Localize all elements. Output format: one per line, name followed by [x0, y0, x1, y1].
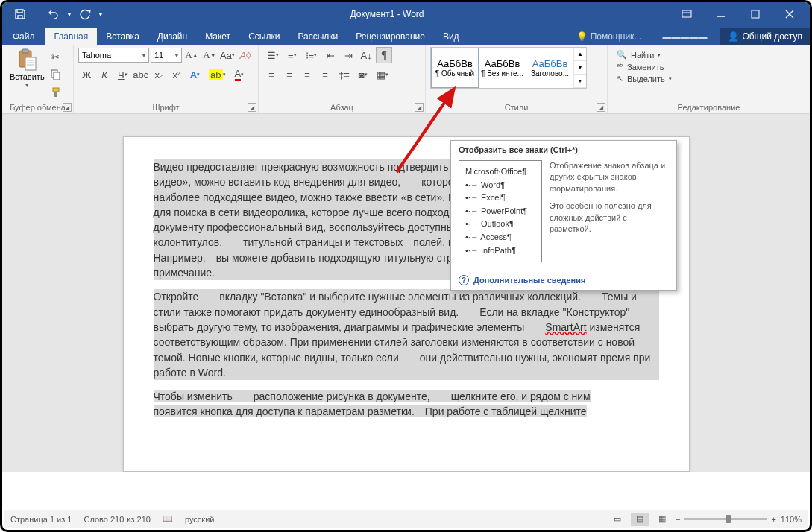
scroll-up-icon[interactable]: ▲: [574, 48, 586, 61]
italic-button[interactable]: К: [96, 66, 113, 83]
tab-view[interactable]: Вид: [434, 28, 468, 45]
scroll-down-icon[interactable]: ▼: [574, 61, 586, 75]
view-read-icon[interactable]: ▭: [608, 513, 626, 526]
sort-icon[interactable]: A↓: [358, 47, 374, 63]
title-bar: ▼ ▼ Документ1 - Word: [2, 2, 810, 26]
decrease-indent-icon[interactable]: ⇤: [322, 47, 339, 63]
change-case-icon[interactable]: Aa▾: [219, 47, 236, 63]
status-page[interactable]: Страница 1 из 1: [10, 515, 72, 524]
share-icon: 👤: [728, 31, 739, 42]
justify-icon[interactable]: ≡: [317, 66, 333, 83]
svg-rect-8: [54, 92, 57, 97]
undo-icon[interactable]: [45, 5, 63, 23]
view-print-icon[interactable]: ▤: [631, 513, 649, 526]
show-marks-button[interactable]: ¶: [376, 47, 392, 63]
find-button[interactable]: 🔍Найти▾: [617, 50, 672, 60]
tab-home[interactable]: Главная: [45, 28, 98, 45]
line-spacing-icon[interactable]: ‡≡: [335, 66, 353, 83]
font-size-combo[interactable]: 11▼: [151, 48, 182, 63]
multilevel-icon[interactable]: ⁝≡▾: [302, 47, 321, 63]
align-right-icon[interactable]: ≡: [299, 66, 315, 83]
ribbon-options-icon[interactable]: [670, 2, 704, 26]
copy-icon[interactable]: [48, 66, 64, 83]
highlight-icon[interactable]: ab▾: [205, 66, 229, 83]
style-normal[interactable]: АаБбВв¶ Обычный: [431, 48, 479, 88]
account-name[interactable]: ▬▬▬▬▬: [649, 31, 720, 42]
style-heading[interactable]: АаБбВвЗаголово...: [526, 48, 574, 88]
increase-indent-icon[interactable]: ⇥: [340, 47, 356, 63]
zoom-slider[interactable]: [684, 518, 767, 520]
zoom-in-icon[interactable]: +: [771, 515, 775, 524]
screentip-more-link[interactable]: ? Дополнительные сведения: [451, 270, 676, 290]
screentip-title: Отобразить все знаки (Ctrl+*): [451, 141, 676, 157]
align-left-icon[interactable]: ≡: [263, 66, 280, 83]
font-color-icon[interactable]: A▾: [231, 66, 248, 83]
window-controls: [670, 2, 807, 26]
close-icon[interactable]: [772, 2, 807, 26]
gallery-expand-icon[interactable]: ▾: [574, 75, 586, 88]
paragraph-2[interactable]: Откройте вкладку "Вставка" и выберите ну…: [154, 289, 659, 380]
shading-icon[interactable]: ◙▾: [355, 66, 371, 83]
dialog-launcher-icon[interactable]: ◢: [597, 103, 605, 112]
underline-button[interactable]: Ч▾: [114, 66, 131, 83]
grow-font-icon[interactable]: A▲: [183, 47, 200, 63]
qat-customize-icon[interactable]: ▼: [97, 5, 104, 23]
status-words[interactable]: Слово 210 из 210: [84, 515, 151, 524]
superscript-button[interactable]: x²: [169, 66, 185, 83]
strike-button[interactable]: abc: [133, 66, 149, 83]
font-name-combo[interactable]: Tahoma▼: [78, 48, 149, 63]
format-painter-icon[interactable]: [48, 84, 64, 101]
dialog-launcher-icon[interactable]: ◢: [63, 103, 72, 112]
zoom-out-icon[interactable]: −: [676, 515, 680, 524]
group-paragraph: ☰▾ ≡▾ ⁝≡▾ ⇤ ⇥ A↓ ¶ ≡ ≡ ≡ ≡ ‡≡ ◙▾ ▦▾ Абза…: [259, 45, 426, 113]
status-language[interactable]: русский: [185, 515, 214, 524]
zoom-level[interactable]: 110%: [781, 515, 802, 524]
undo-dropdown-icon[interactable]: ▼: [66, 5, 73, 23]
redo-icon[interactable]: [76, 5, 94, 23]
svg-rect-4: [25, 57, 36, 70]
save-icon[interactable]: [11, 5, 29, 23]
text-effects-icon[interactable]: A▾: [186, 66, 204, 83]
tab-insert[interactable]: Вставка: [97, 28, 148, 45]
tell-me[interactable]: 💡Помощник...: [569, 31, 649, 42]
clear-formatting-icon[interactable]: A◊: [237, 47, 254, 63]
replace-icon: ᵃᵇ: [617, 62, 623, 72]
tab-mailings[interactable]: Рассылки: [289, 28, 347, 45]
share-button[interactable]: 👤Общий доступ: [720, 28, 810, 45]
bullets-icon[interactable]: ☰▾: [263, 47, 283, 63]
bulb-icon: 💡: [576, 31, 588, 42]
cut-icon[interactable]: ✂: [48, 48, 64, 65]
chevron-down-icon: ▼: [25, 83, 30, 88]
style-no-spacing[interactable]: АаБбВв¶ Без инте...: [479, 48, 526, 88]
search-icon: 🔍: [617, 50, 627, 60]
screentip-description: Отображение знаков абзаца и других скрыт…: [550, 160, 669, 262]
tab-references[interactable]: Ссылки: [239, 28, 289, 45]
svg-rect-0: [682, 10, 691, 17]
align-center-icon[interactable]: ≡: [281, 66, 298, 83]
shrink-font-icon[interactable]: A▼: [201, 47, 218, 63]
dialog-launcher-icon[interactable]: ◢: [415, 103, 424, 112]
paragraph-3[interactable]: Чтобы изменить расположение рисунка в до…: [154, 389, 659, 419]
svg-rect-6: [54, 72, 60, 80]
tab-file[interactable]: Файл: [2, 28, 45, 45]
minimize-icon[interactable]: [704, 2, 738, 26]
screentip: Отобразить все знаки (Ctrl+*) Microsoft·…: [450, 140, 677, 291]
numbering-icon[interactable]: ≡▾: [284, 47, 300, 63]
tab-review[interactable]: Рецензирование: [347, 28, 434, 45]
maximize-icon[interactable]: [738, 2, 772, 26]
status-proofing-icon[interactable]: 📖: [163, 514, 173, 524]
styles-gallery[interactable]: АаБбВв¶ Обычный АаБбВв¶ Без инте... АаБб…: [430, 47, 587, 89]
document-area[interactable]: Видео предоставляет прекрасную возможнос…: [2, 114, 810, 472]
select-button[interactable]: ↖Выделить▾: [617, 74, 672, 83]
dialog-launcher-icon[interactable]: ◢: [248, 103, 256, 112]
view-web-icon[interactable]: ▦: [653, 513, 671, 526]
cursor-icon: ↖: [617, 74, 623, 83]
tab-design[interactable]: Дизайн: [148, 28, 196, 45]
borders-icon[interactable]: ▦▾: [373, 66, 392, 83]
group-styles: АаБбВв¶ Обычный АаБбВв¶ Без инте... АаБб…: [426, 45, 608, 113]
replace-button[interactable]: ᵃᵇЗаменить: [617, 62, 672, 72]
tab-layout[interactable]: Макет: [196, 28, 239, 45]
paste-button[interactable]: Вставить ▼: [7, 47, 48, 89]
bold-button[interactable]: Ж: [78, 66, 95, 83]
subscript-button[interactable]: x₂: [151, 66, 167, 83]
